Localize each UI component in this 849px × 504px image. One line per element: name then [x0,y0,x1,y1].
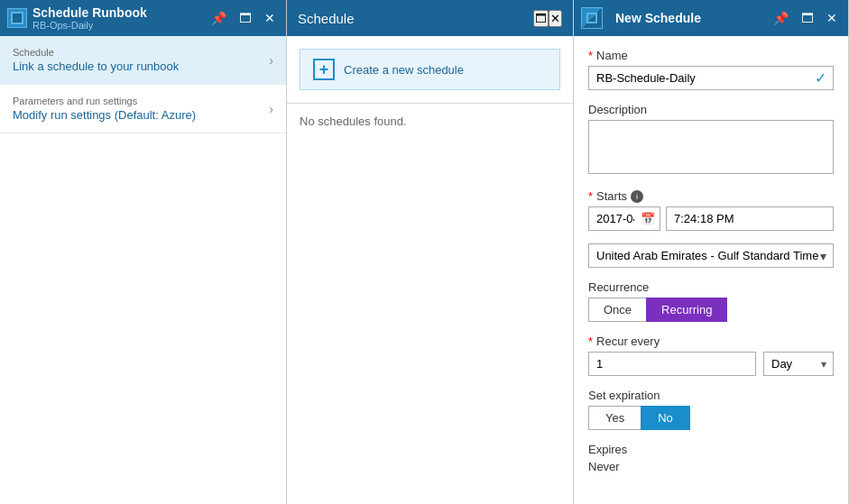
expiration-yes-button[interactable]: Yes [588,406,641,430]
nav-schedule-value: Link a schedule to your runbook [13,60,179,73]
new-schedule-form: * Name ✓ Description [574,36,848,504]
timezone-field-group: United Arab Emirates - Gulf Standard Tim… [588,243,834,268]
create-schedule-label: Create a new schedule [344,63,464,77]
panel3-content: * Name ✓ Description [574,36,848,504]
no-schedules-text: No schedules found. [287,111,573,132]
nav-params-value: Modify run settings (Default: Azure) [13,108,196,122]
recurrence-once-button[interactable]: Once [588,298,646,322]
panel1-maximize-button[interactable]: 🗖 [235,10,255,26]
starts-time-input[interactable] [666,206,834,231]
recurrence-recurring-button[interactable]: Recurring [646,298,727,322]
panel1-content: Schedule Link a schedule to your runbook… [0,36,286,504]
panel2-maximize-button[interactable]: 🗖 [533,10,549,27]
starts-info-icon: i [631,190,643,203]
nav-schedule-label: Schedule [13,47,179,58]
panel1-title: Schedule Runbook [32,5,202,20]
recurrence-field-group: Recurrence Once Recurring [588,280,834,322]
calendar-icon[interactable]: 📅 [641,212,655,225]
panel-new-schedule: New Schedule 📌 🗖 ✕ * Name ✓ [574,0,849,504]
panel1-titlebar: Schedule Runbook RB-Ops-Daily 📌 🗖 ✕ [0,0,286,36]
expiration-no-button[interactable]: No [641,406,690,430]
timezone-select[interactable]: United Arab Emirates - Gulf Standard Tim… [588,243,834,268]
recur-every-input[interactable] [588,352,756,376]
expires-label: Expires [588,443,627,456]
panel3-titlebar: New Schedule 📌 🗖 ✕ [574,0,848,36]
panel-schedule-runbook: Schedule Runbook RB-Ops-Daily 📌 🗖 ✕ Sche… [0,0,287,504]
app-panels: Schedule Runbook RB-Ops-Daily 📌 🗖 ✕ Sche… [0,0,849,504]
recur-every-label: Recur every [596,334,660,348]
description-field-group: Description [588,103,834,177]
expires-value: Never [588,460,834,473]
panel2-close-button[interactable]: ✕ [549,10,562,27]
panel1-pin-button[interactable]: 📌 [208,10,230,26]
recur-period-select[interactable]: Day Week Month Hour [763,352,834,376]
nav-item-parameters[interactable]: Parameters and run settings Modify run s… [0,85,286,133]
name-label: Name [596,49,628,62]
recurrence-buttons: Once Recurring [588,298,834,322]
panel3-maximize-button[interactable]: 🗖 [798,10,817,26]
nav-schedule-chevron-icon: › [269,53,273,68]
starts-required-star: * [588,189,593,203]
panel3-icon [581,7,603,29]
expires-field-group: Expires Never [588,443,834,473]
panel1-subtitle: RB-Ops-Daily [32,20,202,31]
panel-schedule: Schedule 🗖 ✕ + Create a new schedule No … [287,0,574,504]
set-expiration-field-group: Set expiration Yes No [588,389,834,430]
name-required-star: * [588,49,593,62]
name-input[interactable] [588,66,834,90]
panel2-title: Schedule [298,11,533,26]
recur-every-required-star: * [588,334,593,348]
starts-label: Starts [596,189,627,203]
name-field-group: * Name ✓ [588,49,834,90]
panel1-close-button[interactable]: ✕ [261,10,279,26]
panel2-content: + Create a new schedule No schedules fou… [287,36,573,504]
recurrence-label: Recurrence [588,280,649,294]
panel1-icon [7,8,27,28]
starts-field-group: * Starts i 📅 [588,189,834,231]
plus-icon: + [313,59,335,80]
set-expiration-label: Set expiration [588,389,660,402]
description-label: Description [588,103,647,116]
create-schedule-button[interactable]: + Create a new schedule [300,49,560,90]
expiration-buttons: Yes No [588,406,834,430]
panel2-titlebar: Schedule 🗖 ✕ [287,0,573,36]
recur-every-field-group: * Recur every Day Week Month Hour [588,334,834,376]
description-input[interactable] [588,120,834,174]
nav-params-label: Parameters and run settings [13,96,196,106]
nav-params-chevron-icon: › [269,102,273,116]
panel3-title: New Schedule [615,11,764,25]
panel3-pin-button[interactable]: 📌 [770,10,792,26]
nav-item-schedule[interactable]: Schedule Link a schedule to your runbook… [0,36,286,85]
name-checkmark-icon: ✓ [815,69,826,87]
divider [287,103,573,104]
panel3-close-button[interactable]: ✕ [823,10,841,26]
